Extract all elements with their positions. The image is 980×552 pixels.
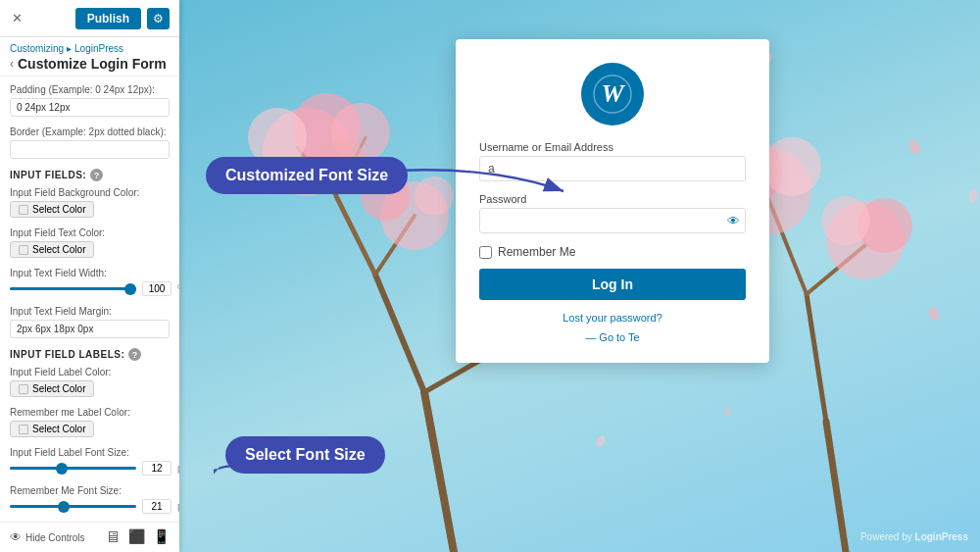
remember-font-size-label: Remember Me Font Size: [10, 485, 170, 496]
svg-line-0 [424, 392, 454, 552]
input-width-unit: % [177, 283, 179, 294]
svg-text:W: W [601, 79, 625, 108]
eye-icon: 👁 [10, 530, 22, 544]
username-label: Username or Email Address [479, 141, 746, 153]
border-input[interactable] [10, 140, 170, 159]
toggle-password-icon[interactable]: 👁 [727, 214, 740, 228]
input-text-color-label: Input Field Text Color: [10, 227, 170, 238]
gear-button[interactable]: ⚙ [147, 8, 170, 29]
svg-line-8 [826, 422, 846, 552]
svg-point-38 [595, 434, 607, 448]
label-font-size-value[interactable] [142, 461, 172, 476]
sidebar-panel: ✕ Publish ⚙ Customizing ▸ LoginPress ‹ C… [0, 0, 179, 552]
publish-button[interactable]: Publish [75, 8, 141, 29]
desktop-icon[interactable]: 🖥 [105, 528, 121, 546]
svg-line-2 [336, 196, 375, 275]
bottom-icons: 🖥 ⬛ 📱 [105, 528, 170, 546]
sidebar-bottom: 👁 Hide Controls 🖥 ⬛ 📱 [0, 522, 179, 552]
remember-checkbox[interactable] [479, 246, 492, 259]
padding-input[interactable] [10, 98, 170, 117]
remember-label-color-button[interactable]: Select Color [10, 421, 94, 437]
go-to-link[interactable]: — Go to Te [479, 331, 746, 343]
powered-by: Powered by LoginPress [860, 531, 968, 542]
wp-logo-svg: W [593, 75, 632, 114]
border-label: Border (Example: 2px dotted black): [10, 126, 170, 137]
wp-logo: W [581, 63, 644, 125]
input-bg-color-button[interactable]: Select Color [10, 201, 94, 218]
svg-point-27 [858, 198, 912, 253]
username-input[interactable] [479, 156, 746, 181]
login-button[interactable]: Log In [479, 269, 746, 300]
tablet-icon[interactable]: ⬛ [128, 528, 145, 546]
remember-font-size-slider[interactable] [10, 505, 136, 508]
input-text-color-swatch [19, 245, 28, 255]
input-fields-section-header: INPUT FIELDS: ? [10, 169, 170, 181]
customized-font-size-text: Customized Font Size [225, 167, 388, 183]
svg-point-39 [724, 407, 732, 418]
padding-label: Padding (Example: 0 24px 12px): [10, 84, 170, 95]
password-field: Password 👁 [479, 193, 746, 233]
hide-controls-button[interactable]: 👁 Hide Controls [10, 530, 97, 544]
svg-line-11 [807, 245, 865, 294]
svg-line-3 [375, 216, 415, 275]
input-field-labels-label: INPUT FIELD LABELS: [10, 349, 124, 360]
breadcrumb-separator: ▸ [67, 43, 72, 54]
input-bg-color-label: Input Field Background Color: [10, 187, 170, 198]
label-font-size-unit: px [177, 463, 179, 474]
input-bg-color-swatch [19, 205, 28, 215]
topbar: ✕ Publish ⚙ [0, 0, 179, 37]
login-card: W Username or Email Address Password 👁 R… [456, 39, 769, 363]
input-width-slider-row: % [10, 281, 170, 296]
svg-point-35 [927, 306, 941, 323]
svg-point-19 [415, 176, 454, 216]
wp-logo-wrap: W [479, 63, 746, 125]
lost-password-link[interactable]: Lost your password? [479, 312, 746, 324]
remember-label-color-group: Remember me Label Color: Select Color [10, 407, 170, 437]
border-field-group: Border (Example: 2px dotted black): [10, 126, 170, 159]
select-font-size-text: Select Font Size [245, 446, 366, 463]
input-field-labels-section-header: INPUT FIELD LABELS: ? [10, 348, 170, 361]
svg-line-10 [767, 196, 807, 294]
label-font-size-slider-row: px [10, 461, 170, 476]
input-width-slider[interactable] [10, 287, 136, 290]
remember-label-color-swatch [19, 425, 28, 434]
input-margin-group: Input Text Field Margin: [10, 306, 170, 338]
username-field: Username or Email Address [479, 141, 746, 181]
password-input[interactable] [479, 208, 746, 233]
input-text-color-btn-label: Select Color [32, 244, 85, 255]
back-arrow-icon[interactable]: ‹ [10, 57, 14, 71]
mobile-icon[interactable]: 📱 [153, 528, 170, 546]
input-width-label: Input Text Field Width: [10, 268, 170, 278]
svg-point-26 [826, 201, 905, 279]
input-margin-input[interactable] [10, 320, 170, 338]
close-icon[interactable]: ✕ [10, 12, 24, 25]
breadcrumb-customizing[interactable]: Customizing [10, 43, 64, 54]
remember-font-size-value[interactable] [142, 499, 172, 514]
input-bg-color-btn-label: Select Color [32, 204, 85, 215]
sidebar-content[interactable]: Padding (Example: 0 24px 12px): Border (… [0, 76, 179, 522]
remember-label: Remember Me [498, 245, 575, 259]
breadcrumb-loginpress[interactable]: LoginPress [74, 43, 123, 54]
remember-label-color-label: Remember me Label Color: [10, 407, 170, 418]
input-fields-help-icon[interactable]: ? [90, 169, 103, 181]
svg-line-1 [375, 275, 424, 392]
topbar-left: ✕ [10, 12, 24, 25]
input-text-color-button[interactable]: Select Color [10, 241, 94, 258]
page-title: Customize Login Form [18, 56, 167, 72]
label-color-button[interactable]: Select Color [10, 380, 94, 397]
input-field-labels-help-icon[interactable]: ? [128, 348, 141, 361]
svg-point-25 [762, 137, 821, 196]
input-width-value[interactable] [142, 281, 172, 296]
label-font-size-slider[interactable] [10, 467, 136, 470]
input-fields-label: INPUT FIELDS: [10, 170, 86, 180]
remember-label-color-btn-label: Select Color [32, 424, 85, 434]
breadcrumb-area: Customizing ▸ LoginPress ‹ Customize Log… [0, 37, 179, 76]
input-bg-color-group: Input Field Background Color: Select Col… [10, 187, 170, 218]
breadcrumb: Customizing ▸ LoginPress [10, 43, 170, 54]
svg-point-13 [292, 93, 361, 162]
label-font-size-label: Input Field Label Font Size: [10, 447, 170, 458]
remember-row: Remember Me [479, 245, 746, 259]
svg-line-9 [807, 294, 826, 422]
remember-font-size-unit: px [177, 501, 179, 512]
input-width-group: Input Text Field Width: % [10, 268, 170, 296]
